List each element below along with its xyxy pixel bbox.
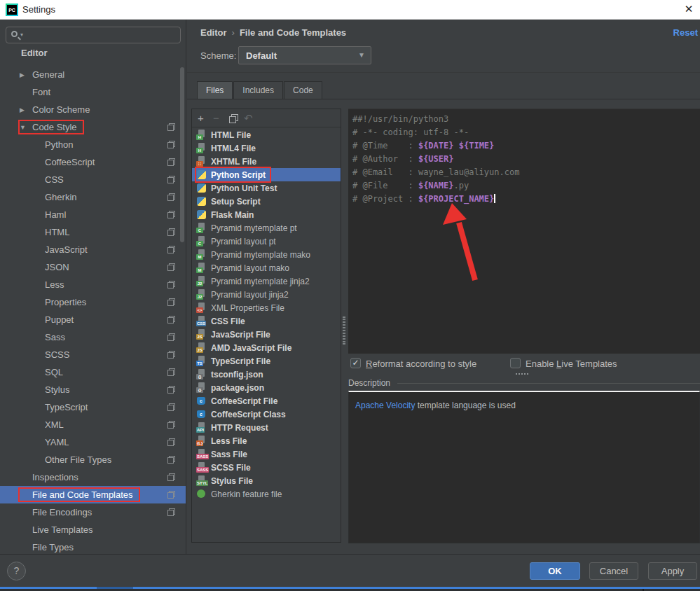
file-type-icon: CSS	[196, 316, 208, 326]
sidebar-scrollbar[interactable]	[180, 67, 184, 242]
override-copy-icon	[167, 298, 175, 306]
pycharm-logo-icon: PC	[6, 4, 18, 16]
apache-velocity-link[interactable]: Apache Velocity	[355, 401, 415, 410]
template-item-amd-javascript-file[interactable]: JSAMD JavaScript File	[192, 341, 341, 354]
sidebar-item-other-file-types[interactable]: Other File Types	[0, 451, 186, 468]
template-item-pyramid-layout-jinja2[interactable]: J2Pyramid layout jinja2	[192, 288, 341, 301]
sidebar-item-javascript[interactable]: JavaScript	[0, 241, 186, 258]
template-item-gherkin-feature-file[interactable]: Gherkin feature file	[192, 487, 341, 501]
add-template-icon[interactable]: +	[198, 112, 213, 124]
search-input[interactable]: ▾	[6, 27, 181, 43]
template-item-label: tsconfig.json	[211, 370, 263, 380]
template-item-html-file[interactable]: HHTML File	[192, 128, 341, 141]
sidebar-item-label: YAML	[45, 437, 69, 447]
remove-template-icon[interactable]: −	[213, 112, 228, 124]
template-item-setup-script[interactable]: Setup Script	[192, 195, 341, 208]
template-item-tsconfig-json[interactable]: {}tsconfig.json	[192, 368, 341, 381]
tab-code[interactable]: Code	[284, 81, 322, 99]
sidebar-item-label: File Types	[32, 542, 74, 552]
template-item-flask-main[interactable]: Flask Main	[192, 208, 341, 221]
template-item-coffeescript-file[interactable]: cCoffeeScript File	[192, 394, 341, 408]
close-icon[interactable]: ✕	[682, 3, 696, 17]
sidebar-item-inspections[interactable]: Inspections	[0, 468, 186, 486]
override-copy-icon	[167, 456, 175, 464]
copy-template-icon[interactable]	[228, 114, 244, 123]
help-icon[interactable]: ?	[7, 562, 26, 580]
tab-files[interactable]: Files	[197, 81, 233, 99]
template-item-css-file[interactable]: CSSCSS File	[192, 314, 341, 328]
sidebar-item-xml[interactable]: XML	[0, 416, 186, 433]
sidebar-item-font[interactable]: Font	[0, 83, 186, 101]
scheme-value: Default	[246, 50, 277, 61]
scheme-dropdown[interactable]: Default ▼	[238, 46, 371, 64]
live-templates-checkbox[interactable]	[510, 358, 521, 368]
sidebar-item-json[interactable]: JSON	[0, 258, 186, 276]
template-item-pyramid-layout-mako[interactable]: MPyramid layout mako	[192, 261, 341, 274]
template-item-xhtml-file[interactable]: ∷XHTML File	[192, 155, 341, 168]
code-line: # @Author : ${USER}	[352, 153, 519, 166]
template-item-xml-properties-file[interactable]: <>XML Properties File	[192, 301, 341, 314]
sidebar-item-html[interactable]: HTML	[0, 223, 186, 241]
template-item-package-json[interactable]: {}package.json	[192, 381, 341, 394]
reformat-checkbox[interactable]: ✓	[350, 358, 361, 368]
sidebar-item-scss[interactable]: SCSS	[0, 346, 186, 363]
sidebar-item-typescript[interactable]: TypeScript	[0, 398, 186, 416]
template-item-scss-file[interactable]: SASSSCSS File	[192, 461, 341, 474]
sidebar-item-css[interactable]: CSS	[0, 171, 186, 188]
sidebar-item-properties[interactable]: Properties	[0, 293, 186, 311]
file-type-icon: J2	[196, 276, 208, 286]
sidebar-item-file-and-code-templates[interactable]: File and Code Templates	[0, 486, 186, 503]
ok-button[interactable]: OK	[530, 562, 580, 580]
template-item-pyramid-mytemplate-pt[interactable]: CPyramid mytemplate pt	[192, 221, 341, 235]
template-item-python-unit-test[interactable]: Python Unit Test	[192, 181, 341, 195]
sidebar-item-haml[interactable]: Haml	[0, 206, 186, 223]
template-item-javascript-file[interactable]: JSJavaScript File	[192, 328, 341, 341]
template-item-python-script[interactable]: Python Script	[192, 168, 341, 181]
breadcrumb-editor[interactable]: Editor	[200, 27, 227, 38]
revert-template-icon[interactable]: ↶	[244, 112, 259, 125]
chevron-down-icon[interactable]: ▼	[20, 124, 32, 131]
template-item-label: HTML4 File	[211, 144, 256, 153]
apply-button[interactable]: Apply	[648, 562, 697, 580]
template-item-html4-file[interactable]: HHTML4 File	[192, 141, 341, 155]
sidebar-item-code-style[interactable]: ▼Code Style	[0, 118, 186, 136]
sidebar-item-gherkin[interactable]: Gherkin	[0, 188, 186, 206]
template-editor[interactable]: ##!/usr/bin/python3# -*- coding: utf-8 -…	[348, 109, 700, 354]
cancel-button[interactable]: Cancel	[589, 562, 638, 580]
template-item-http-request[interactable]: APIHTTP Request	[192, 421, 341, 434]
settings-sidebar: ▾ Editor ▶GeneralFont▶Color Scheme▼Code …	[0, 20, 186, 554]
sidebar-item-coffeescript[interactable]: CoffeeScript	[0, 153, 186, 171]
reset-link[interactable]: Reset	[673, 27, 698, 38]
list-toolbar: + − ↶	[192, 109, 341, 127]
chevron-right-icon[interactable]: ▶	[20, 106, 32, 113]
live-templates-label: Enable Live Templates	[526, 359, 617, 369]
sidebar-item-color-scheme[interactable]: ▶Color Scheme	[0, 101, 186, 118]
template-item-less-file[interactable]: {L}Less File	[192, 434, 341, 447]
gherkin-icon	[196, 489, 208, 499]
sidebar-item-less[interactable]: Less	[0, 276, 186, 293]
sidebar-item-general[interactable]: ▶General	[0, 66, 186, 83]
template-item-pyramid-mytemplate-jinja2[interactable]: J2Pyramid mytemplate jinja2	[192, 274, 341, 288]
sidebar-item-file-encodings[interactable]: File Encodings	[0, 503, 186, 521]
chevron-right-icon[interactable]: ▶	[20, 71, 32, 78]
template-item-coffeescript-class[interactable]: cCoffeeScript Class	[192, 408, 341, 421]
sidebar-item-sass[interactable]: Sass	[0, 328, 186, 346]
template-item-stylus-file[interactable]: STYLStylus File	[192, 474, 341, 487]
sidebar-item-stylus[interactable]: Stylus	[0, 381, 186, 398]
template-item-pyramid-mytemplate-mako[interactable]: MPyramid mytemplate mako	[192, 248, 341, 261]
tab-includes[interactable]: Includes	[233, 81, 283, 99]
sidebar-item-puppet[interactable]: Puppet	[0, 311, 186, 328]
template-item-label: Python Unit Test	[211, 183, 277, 193]
coffeescript-icon: c	[196, 409, 208, 419]
sidebar-item-live-templates[interactable]: Live Templates	[0, 521, 186, 538]
sidebar-item-yaml[interactable]: YAML	[0, 433, 186, 451]
splitter-handle[interactable]	[343, 317, 345, 345]
template-item-pyramid-layout-pt[interactable]: CPyramid layout pt	[192, 235, 341, 248]
sidebar-item-sql[interactable]: SQL	[0, 363, 186, 381]
window-title: Settings	[22, 4, 55, 15]
template-item-sass-file[interactable]: SASSSass File	[192, 447, 341, 461]
sidebar-item-python[interactable]: Python	[0, 136, 186, 153]
template-item-typescript-file[interactable]: TSTypeScript File	[192, 354, 341, 368]
sidebar-item-file-types[interactable]: File Types	[0, 538, 186, 554]
file-type-icon: STYL	[196, 475, 208, 486]
